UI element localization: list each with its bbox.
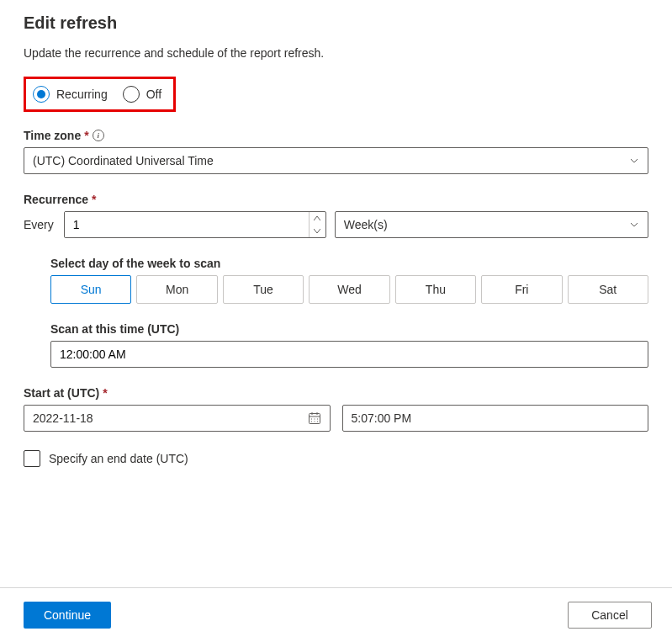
cancel-button[interactable]: Cancel bbox=[568, 602, 652, 629]
chevron-down-icon bbox=[629, 156, 639, 166]
timezone-label: Time zone * i bbox=[24, 129, 648, 142]
continue-button[interactable]: Continue bbox=[24, 602, 111, 629]
day-button-fri[interactable]: Fri bbox=[481, 275, 562, 304]
end-date-label: Specify an end date (UTC) bbox=[49, 452, 188, 465]
timezone-select[interactable]: (UTC) Coordinated Universal Time bbox=[24, 147, 648, 174]
days-row: SunMonTueWedThuFriSat bbox=[50, 275, 648, 304]
recurrence-unit-select[interactable]: Week(s) bbox=[335, 211, 648, 238]
radio-off[interactable]: Off bbox=[123, 86, 161, 103]
start-date-value: 2022-11-18 bbox=[33, 411, 93, 425]
page-subtitle: Update the recurrence and schedule of th… bbox=[24, 46, 648, 60]
day-button-sun[interactable]: Sun bbox=[50, 275, 131, 304]
timezone-label-text: Time zone bbox=[24, 129, 81, 142]
start-time-input[interactable]: 5:07:00 PM bbox=[342, 405, 649, 432]
days-label-text: Select day of the week to scan bbox=[50, 257, 220, 270]
radio-recurring-label: Recurring bbox=[56, 88, 108, 101]
required-marker: * bbox=[92, 193, 96, 206]
schedule-type-radio-group: Recurring Off bbox=[24, 77, 176, 112]
scan-time-label: Scan at this time (UTC) bbox=[50, 322, 648, 336]
timezone-value: (UTC) Coordinated Universal Time bbox=[33, 154, 214, 167]
every-number-field[interactable] bbox=[65, 212, 309, 237]
day-button-sat[interactable]: Sat bbox=[568, 275, 648, 304]
info-icon[interactable]: i bbox=[93, 130, 104, 141]
calendar-icon[interactable] bbox=[308, 411, 321, 425]
start-date-input[interactable]: 2022-11-18 bbox=[24, 405, 331, 432]
radio-button-icon bbox=[123, 86, 140, 103]
chevron-down-icon bbox=[629, 220, 639, 230]
recurrence-unit-value: Week(s) bbox=[344, 218, 388, 231]
start-label: Start at (UTC) * bbox=[24, 386, 648, 400]
footer: Continue Cancel bbox=[0, 587, 672, 642]
spinner-down-icon[interactable] bbox=[310, 225, 325, 237]
day-button-wed[interactable]: Wed bbox=[309, 275, 389, 304]
radio-button-icon bbox=[33, 86, 50, 103]
radio-recurring[interactable]: Recurring bbox=[33, 86, 108, 103]
day-button-tue[interactable]: Tue bbox=[223, 275, 304, 304]
required-marker: * bbox=[103, 386, 107, 400]
required-marker: * bbox=[84, 129, 88, 142]
radio-off-label: Off bbox=[146, 88, 161, 101]
spinner-up-icon[interactable] bbox=[310, 212, 325, 225]
start-label-text: Start at (UTC) bbox=[24, 386, 99, 400]
days-label: Select day of the week to scan bbox=[50, 257, 648, 270]
scan-time-input[interactable] bbox=[50, 341, 648, 368]
every-number-input[interactable] bbox=[64, 211, 326, 238]
recurrence-label: Recurrence * bbox=[24, 193, 648, 206]
end-date-checkbox[interactable] bbox=[24, 450, 40, 467]
scan-time-label-text: Scan at this time (UTC) bbox=[50, 322, 179, 336]
day-button-thu[interactable]: Thu bbox=[395, 275, 476, 304]
day-button-mon[interactable]: Mon bbox=[136, 275, 217, 304]
page-title: Edit refresh bbox=[24, 13, 648, 33]
every-label: Every bbox=[24, 218, 54, 231]
recurrence-label-text: Recurrence bbox=[24, 193, 88, 206]
start-time-value: 5:07:00 PM bbox=[352, 411, 412, 425]
